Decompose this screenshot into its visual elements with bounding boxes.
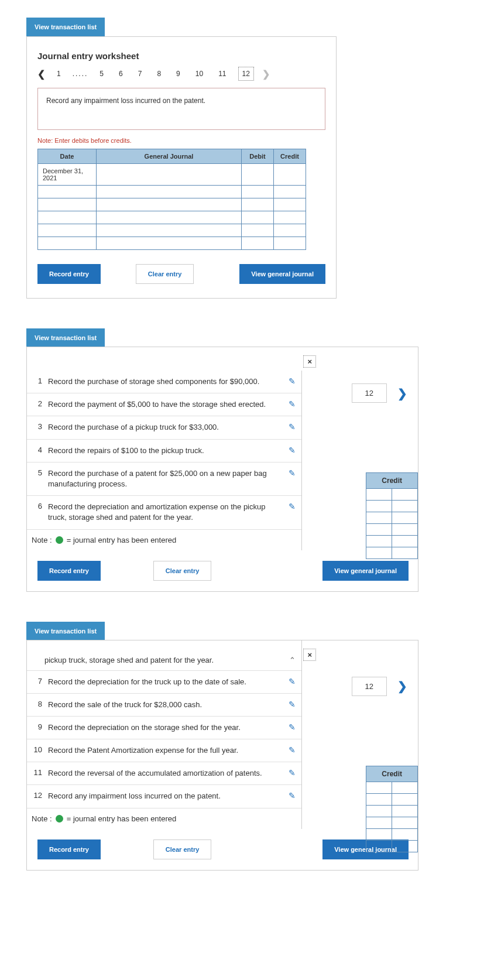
credit-cell[interactable]	[274, 164, 306, 186]
transaction-row[interactable]: 7 Record the depreciation for the truck …	[27, 671, 301, 694]
view-general-journal-button[interactable]: View general journal	[322, 561, 409, 581]
tab-6[interactable]: 6	[115, 67, 126, 80]
debit-cell[interactable]	[242, 186, 274, 198]
cc[interactable]	[366, 536, 392, 547]
debit-cell[interactable]	[242, 211, 274, 224]
close-icon[interactable]: ×	[303, 355, 316, 368]
view-general-journal-button[interactable]: View general journal	[239, 264, 325, 284]
edit-icon[interactable]: ✎	[289, 468, 296, 478]
cc[interactable]	[366, 782, 392, 793]
edit-icon[interactable]: ✎	[289, 745, 296, 755]
tab-12[interactable]: 12	[352, 677, 387, 696]
tab-7[interactable]: 7	[135, 67, 146, 80]
debit-cell[interactable]	[242, 164, 274, 186]
date-cell[interactable]	[38, 237, 97, 250]
gj-cell[interactable]	[97, 211, 242, 224]
date-cell[interactable]	[38, 198, 97, 211]
tab-11[interactable]: 11	[215, 67, 229, 80]
edit-icon[interactable]: ✎	[289, 399, 296, 409]
date-cell[interactable]	[38, 186, 97, 198]
edit-icon[interactable]: ✎	[289, 700, 296, 709]
transaction-row[interactable]: 6 Record the depreciation and amortizati…	[27, 496, 301, 529]
edit-icon[interactable]: ✎	[289, 722, 296, 732]
cc[interactable]	[392, 489, 418, 501]
credit-cell[interactable]	[274, 237, 306, 250]
cc[interactable]	[366, 793, 392, 805]
cc[interactable]	[366, 512, 392, 524]
transaction-row[interactable]: 5 Record the purchase of a patent for $2…	[27, 462, 301, 496]
scroll-up-icon[interactable]: ⌃	[289, 656, 296, 664]
tab-1[interactable]: 1	[53, 67, 64, 80]
date-cell[interactable]	[38, 211, 97, 224]
debit-cell[interactable]	[242, 198, 274, 211]
cc[interactable]	[366, 840, 392, 852]
cc[interactable]	[392, 840, 418, 852]
edit-icon[interactable]: ✎	[289, 502, 296, 511]
cc[interactable]	[366, 805, 392, 817]
debit-cell[interactable]	[242, 237, 274, 250]
gj-cell[interactable]	[97, 224, 242, 237]
gj-cell[interactable]	[97, 164, 242, 186]
transaction-row[interactable]: 2 Record the payment of $5,000 to have t…	[27, 393, 301, 416]
record-entry-button[interactable]: Record entry	[37, 264, 101, 284]
cc[interactable]	[392, 547, 418, 559]
close-icon[interactable]: ×	[303, 649, 316, 661]
clear-entry-button[interactable]: Clear entry	[153, 561, 211, 581]
debit-cell[interactable]	[242, 224, 274, 237]
transaction-row[interactable]: 12 Record any impairment loss incurred o…	[27, 785, 301, 808]
transaction-row[interactable]: 10 Record the Patent Amortization expens…	[27, 739, 301, 762]
cc[interactable]	[366, 547, 392, 559]
cc[interactable]	[392, 501, 418, 512]
tab-5[interactable]: 5	[96, 67, 107, 80]
edit-icon[interactable]: ✎	[289, 768, 296, 777]
tab-12[interactable]: 12	[238, 67, 254, 81]
edit-icon[interactable]: ✎	[289, 422, 296, 431]
next-arrow-icon[interactable]: ❯	[387, 679, 418, 693]
date-cell[interactable]: December 31, 2021	[38, 164, 97, 186]
edit-icon[interactable]: ✎	[289, 677, 296, 686]
cc[interactable]	[366, 489, 392, 501]
clear-entry-button[interactable]: Clear entry	[136, 264, 194, 284]
record-entry-button[interactable]: Record entry	[37, 839, 101, 859]
transaction-row[interactable]: 8 Record the sale of the truck for $28,0…	[27, 694, 301, 717]
edit-icon[interactable]: ✎	[289, 791, 296, 800]
tab-9[interactable]: 9	[173, 67, 184, 80]
edit-icon[interactable]: ✎	[289, 446, 296, 455]
transaction-row[interactable]: 1 Record the purchase of storage shed co…	[27, 371, 301, 393]
gj-cell[interactable]	[97, 237, 242, 250]
credit-cell[interactable]	[274, 211, 306, 224]
date-cell[interactable]	[38, 224, 97, 237]
tab-10[interactable]: 10	[192, 67, 207, 80]
transaction-row[interactable]: 11 Record the reversal of the accumulate…	[27, 762, 301, 785]
cc[interactable]	[366, 828, 392, 840]
tab-8[interactable]: 8	[153, 67, 164, 80]
view-transaction-list-tab[interactable]: View transaction list	[26, 622, 105, 640]
cc[interactable]	[366, 524, 392, 536]
credit-cell[interactable]	[274, 224, 306, 237]
cc[interactable]	[392, 793, 418, 805]
cc[interactable]	[392, 782, 418, 793]
gj-cell[interactable]	[97, 186, 242, 198]
cc[interactable]	[392, 817, 418, 828]
cc[interactable]	[392, 536, 418, 547]
cc[interactable]	[392, 805, 418, 817]
transaction-row[interactable]: 9 Record the depreciation on the storage…	[27, 717, 301, 739]
tab-prev-icon[interactable]: ❮	[37, 68, 45, 80]
cc[interactable]	[392, 512, 418, 524]
edit-icon[interactable]: ✎	[289, 376, 296, 386]
cc[interactable]	[392, 828, 418, 840]
next-arrow-icon[interactable]: ❯	[387, 386, 418, 400]
view-transaction-list-button[interactable]: View transaction list	[26, 18, 105, 36]
record-entry-button[interactable]: Record entry	[37, 561, 101, 581]
cc[interactable]	[366, 817, 392, 828]
cc[interactable]	[392, 524, 418, 536]
transaction-row[interactable]: 4 Record the repairs of $100 to the pick…	[27, 440, 301, 462]
view-transaction-list-tab[interactable]: View transaction list	[26, 328, 105, 347]
cc[interactable]	[366, 501, 392, 512]
credit-cell[interactable]	[274, 198, 306, 211]
transaction-row[interactable]: 3 Record the purchase of a pickup truck …	[27, 416, 301, 439]
clear-entry-button[interactable]: Clear entry	[153, 839, 211, 859]
tab-12[interactable]: 12	[352, 383, 387, 403]
tab-next-icon[interactable]: ❯	[262, 68, 270, 80]
credit-cell[interactable]	[274, 186, 306, 198]
